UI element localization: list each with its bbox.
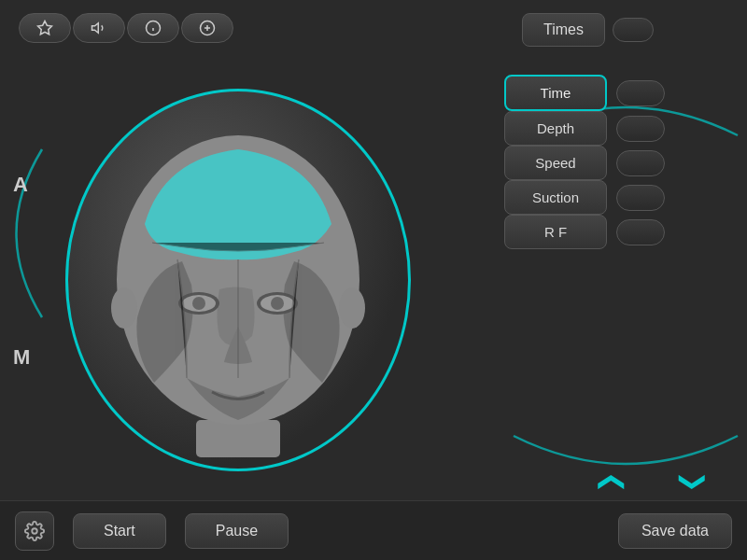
depth-button[interactable]: Depth — [504, 111, 607, 146]
star-icon — [36, 20, 53, 36]
speed-button[interactable]: Speed — [504, 146, 607, 180]
time-toggle[interactable] — [616, 80, 665, 106]
settings-button[interactable] — [15, 511, 54, 551]
times-area: Times — [522, 13, 654, 47]
times-toggle[interactable] — [613, 18, 654, 42]
info-icon — [145, 20, 162, 36]
top-toolbar — [19, 13, 233, 43]
start-button[interactable]: Start — [73, 513, 166, 549]
depth-toggle[interactable] — [616, 116, 665, 142]
speed-toggle[interactable] — [616, 150, 665, 176]
right-bottom-arc — [504, 431, 747, 497]
right-panel: Time Depth Speed Suction R F — [504, 75, 719, 249]
gear-icon — [24, 521, 45, 541]
time-button[interactable]: Time — [504, 75, 607, 111]
save-data-button[interactable]: Save data — [618, 513, 732, 549]
suction-button[interactable]: Suction — [504, 180, 607, 215]
time-control-row: Time — [504, 75, 719, 111]
volume-icon — [91, 20, 107, 36]
depth-control-row: Depth — [504, 111, 719, 146]
suction-toggle[interactable] — [616, 185, 665, 211]
suction-control-row: Suction — [504, 180, 719, 215]
face-visualization — [89, 103, 388, 457]
rf-control-row: R F — [504, 215, 719, 249]
svg-point-16 — [271, 297, 284, 310]
bottom-bar: Start Pause Save data — [0, 500, 747, 560]
label-m: M — [13, 345, 30, 370]
pause-button[interactable]: Pause — [185, 513, 289, 549]
add-button[interactable] — [181, 13, 233, 43]
left-arc-decoration — [0, 140, 47, 327]
svg-marker-1 — [92, 23, 99, 34]
face-circle — [65, 89, 411, 471]
svg-point-17 — [111, 287, 137, 329]
volume-button[interactable] — [73, 13, 125, 43]
svg-marker-0 — [38, 21, 52, 35]
svg-point-15 — [192, 297, 205, 310]
svg-point-18 — [339, 287, 365, 329]
svg-point-19 — [32, 528, 37, 534]
label-a: A — [13, 173, 28, 197]
rf-button[interactable]: R F — [504, 215, 607, 249]
speed-control-row: Speed — [504, 146, 719, 180]
star-button[interactable] — [19, 13, 71, 43]
face-circle-container — [61, 70, 416, 490]
times-button[interactable]: Times — [522, 13, 605, 47]
add-icon — [199, 20, 216, 36]
info-button[interactable] — [127, 13, 179, 43]
rf-toggle[interactable] — [616, 219, 665, 245]
svg-rect-9 — [196, 420, 280, 457]
